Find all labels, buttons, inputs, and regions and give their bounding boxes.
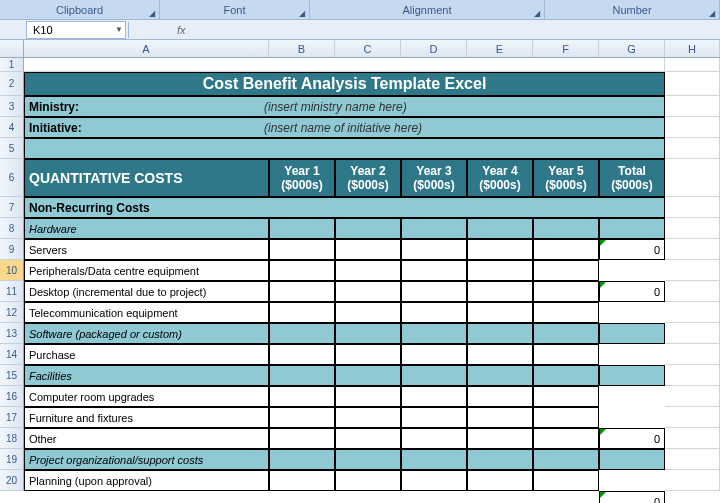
column-header-E[interactable]: E [467, 40, 533, 57]
item-total-9[interactable]: 0 [599, 491, 665, 503]
cell-H17[interactable] [665, 407, 720, 428]
item-year-cell[interactable] [269, 407, 335, 428]
select-all-corner[interactable] [0, 40, 24, 57]
item-year-cell[interactable] [335, 407, 401, 428]
category-cell[interactable] [335, 323, 401, 344]
item-year-cell[interactable] [269, 386, 335, 407]
row-header-18[interactable]: 18 [0, 428, 24, 449]
item-year-cell[interactable] [401, 344, 467, 365]
cell-H7[interactable] [665, 197, 720, 218]
category-cell[interactable] [401, 323, 467, 344]
category-cell[interactable] [401, 365, 467, 386]
formula-bar[interactable]: fx [169, 24, 720, 36]
category-cell[interactable] [335, 218, 401, 239]
column-header-F[interactable]: F [533, 40, 599, 57]
category-cell[interactable] [335, 365, 401, 386]
category-cell[interactable] [599, 218, 665, 239]
item-year-cell[interactable] [533, 239, 599, 260]
item-year-cell[interactable] [335, 302, 401, 323]
cell-H19[interactable] [665, 449, 720, 470]
cell-H18[interactable] [665, 428, 720, 449]
row-header-5[interactable]: 5 [0, 138, 24, 159]
item-year-cell[interactable] [467, 260, 533, 281]
item-year-cell[interactable] [401, 407, 467, 428]
cell-H1[interactable] [665, 58, 720, 72]
item-label-3[interactable]: Peripherals/Data centre equipment [24, 260, 269, 281]
item-year-cell[interactable] [467, 344, 533, 365]
row-header-3[interactable]: 3 [0, 96, 24, 117]
cell-H8[interactable] [665, 218, 720, 239]
cell-H13[interactable] [665, 323, 720, 344]
row-header-7[interactable]: 7 [0, 197, 24, 218]
initiative-value[interactable]: (insert name of initiative here) [264, 121, 422, 135]
row-header-15[interactable]: 15 [0, 365, 24, 386]
cell-H5[interactable] [665, 138, 720, 159]
item-year-cell[interactable] [467, 428, 533, 449]
row-header-9[interactable]: 9 [0, 239, 24, 260]
item-year-cell[interactable] [401, 470, 467, 491]
item-year-cell[interactable] [533, 386, 599, 407]
category-cell[interactable] [467, 323, 533, 344]
item-year-cell[interactable] [269, 281, 335, 302]
item-total-2[interactable]: 0 [599, 239, 665, 260]
row-header-19[interactable]: 19 [0, 449, 24, 470]
category-cell[interactable] [269, 218, 335, 239]
row-header-6[interactable]: 6 [0, 159, 24, 197]
item-year-cell[interactable] [335, 428, 401, 449]
item-year-cell[interactable] [401, 260, 467, 281]
row-header-14[interactable]: 14 [0, 344, 24, 365]
dialog-launcher-icon[interactable]: ◢ [147, 8, 157, 18]
row-header-17[interactable]: 17 [0, 407, 24, 428]
item-label-5[interactable]: Telecommunication equipment [24, 302, 269, 323]
cell-grid[interactable]: Cost Benefit Analysis Template ExcelMini… [24, 58, 720, 491]
row-header-16[interactable]: 16 [0, 386, 24, 407]
column-header-H[interactable]: H [665, 40, 720, 57]
item-year-cell[interactable] [335, 470, 401, 491]
category-cell[interactable] [533, 365, 599, 386]
item-year-cell[interactable] [401, 428, 467, 449]
item-year-cell[interactable] [467, 302, 533, 323]
row-header-13[interactable]: 13 [0, 323, 24, 344]
cell-H10[interactable] [665, 260, 720, 281]
row-header-12[interactable]: 12 [0, 302, 24, 323]
cell-H4[interactable] [665, 117, 720, 138]
row1-blank[interactable] [24, 58, 665, 72]
item-label-7[interactable]: Purchase [24, 344, 269, 365]
cell-H11[interactable] [665, 281, 720, 302]
item-year-cell[interactable] [467, 386, 533, 407]
cell-H14[interactable] [665, 344, 720, 365]
row-header-10[interactable]: 10 [0, 260, 24, 281]
category-cell[interactable] [269, 323, 335, 344]
item-label-13[interactable]: Planning (upon approval) [24, 470, 269, 491]
item-year-cell[interactable] [269, 260, 335, 281]
category-cell[interactable] [533, 323, 599, 344]
item-year-cell[interactable] [401, 302, 467, 323]
cell-H20[interactable] [665, 470, 720, 491]
category-cell[interactable] [533, 218, 599, 239]
category-cell[interactable] [599, 365, 665, 386]
item-label-2[interactable]: Servers [24, 239, 269, 260]
item-year-cell[interactable] [269, 344, 335, 365]
cell-H2[interactable] [665, 72, 720, 96]
category-cell[interactable] [467, 449, 533, 470]
item-year-cell[interactable] [335, 344, 401, 365]
category-cell[interactable] [335, 449, 401, 470]
column-header-A[interactable]: A [24, 40, 269, 57]
item-year-cell[interactable] [401, 386, 467, 407]
item-year-cell[interactable] [401, 239, 467, 260]
category-cell[interactable] [401, 449, 467, 470]
item-year-cell[interactable] [401, 281, 467, 302]
row-header-8[interactable]: 8 [0, 218, 24, 239]
cell-H12[interactable] [665, 302, 720, 323]
item-year-cell[interactable] [335, 386, 401, 407]
item-total-3[interactable]: 0 [599, 281, 665, 302]
item-total-7[interactable]: 0 [599, 428, 665, 449]
dialog-launcher-icon[interactable]: ◢ [532, 8, 542, 18]
item-label-4[interactable]: Desktop (incremental due to project) [24, 281, 269, 302]
column-header-G[interactable]: G [599, 40, 665, 57]
item-year-cell[interactable] [533, 428, 599, 449]
item-year-cell[interactable] [533, 344, 599, 365]
item-year-cell[interactable] [269, 470, 335, 491]
column-header-D[interactable]: D [401, 40, 467, 57]
column-header-B[interactable]: B [269, 40, 335, 57]
